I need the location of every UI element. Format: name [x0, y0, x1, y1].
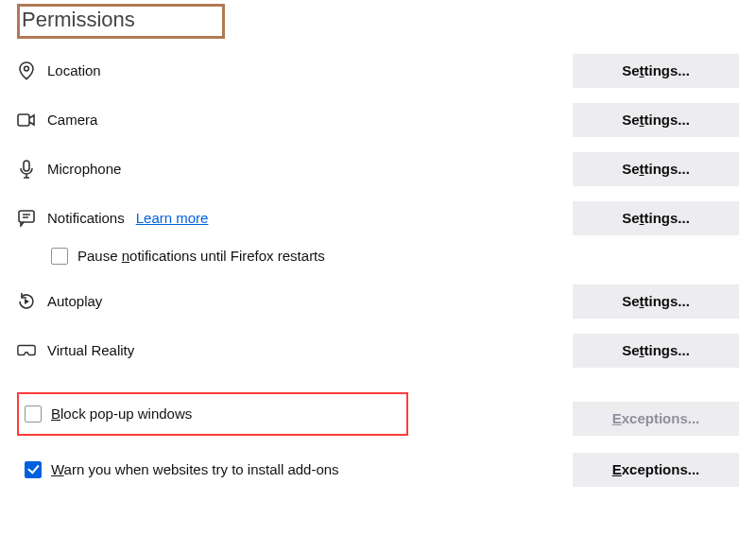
svg-rect-1 [18, 114, 29, 126]
autoplay-icon [17, 292, 36, 311]
svg-point-0 [25, 66, 29, 71]
camera-settings-button[interactable]: Settings... [573, 103, 739, 137]
warn-addons-label: Warn you when websites try to install ad… [51, 461, 339, 477]
microphone-icon [17, 160, 36, 179]
block-popups-checkbox[interactable] [25, 405, 42, 423]
location-icon [17, 61, 36, 80]
svg-rect-3 [19, 211, 34, 222]
notifications-icon [17, 209, 36, 228]
microphone-label: Microphone [47, 161, 121, 177]
microphone-settings-button[interactable]: Settings... [573, 152, 739, 186]
camera-row: Camera Settings... [17, 99, 739, 141]
pause-notifications-checkbox[interactable] [51, 248, 68, 265]
warn-addons-checkbox[interactable] [25, 461, 42, 478]
block-popups-row: Block pop-up windows Exceptions... [17, 392, 739, 445]
pause-notifications-label: Pause notifications until Firefox restar… [77, 248, 325, 264]
autoplay-settings-button[interactable]: Settings... [573, 285, 739, 319]
notifications-row: Notifications Learn more Settings... [17, 198, 739, 239]
vr-label: Virtual Reality [47, 342, 134, 358]
permissions-heading: Permissions [17, 4, 225, 39]
block-popups-exceptions-button[interactable]: Exceptions... [573, 402, 739, 436]
vr-settings-button[interactable]: Settings... [573, 334, 739, 368]
notifications-settings-button[interactable]: Settings... [573, 201, 739, 235]
location-label: Location [47, 62, 101, 78]
warn-addons-exceptions-button[interactable]: Exceptions... [573, 453, 739, 487]
vr-row: Virtual Reality Settings... [17, 330, 739, 371]
notifications-label: Notifications [47, 210, 125, 226]
location-row: Location Settings... [17, 50, 739, 92]
pause-notifications-row: Pause notifications until Firefox restar… [51, 243, 739, 269]
camera-icon [17, 111, 36, 129]
warn-addons-row: Warn you when websites try to install ad… [17, 453, 739, 487]
autoplay-row: Autoplay Settings... [17, 281, 739, 322]
notifications-learn-more-link[interactable]: Learn more [136, 210, 209, 226]
location-settings-button[interactable]: Settings... [573, 54, 739, 88]
camera-label: Camera [47, 112, 97, 128]
block-popups-label: Block pop-up windows [51, 405, 192, 422]
vr-icon [17, 341, 36, 360]
autoplay-label: Autoplay [47, 293, 102, 309]
microphone-row: Microphone Settings... [17, 148, 739, 190]
svg-rect-2 [24, 161, 29, 171]
block-popups-highlight: Block pop-up windows [17, 392, 408, 436]
